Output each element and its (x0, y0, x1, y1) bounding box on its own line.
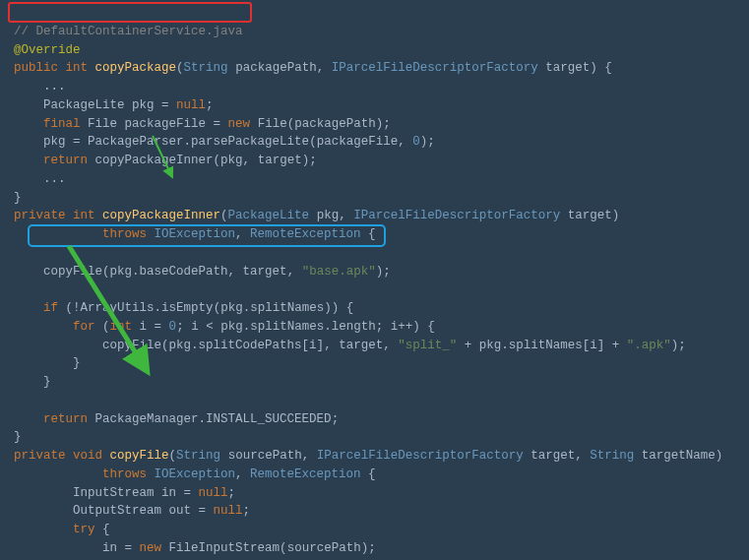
type-factory: IParcelFileDescriptorFactory (332, 61, 538, 75)
cls-packageparser: PackageParser (88, 135, 184, 149)
kw-throws: throws (102, 467, 147, 481)
method-copyFile: copyFile (110, 449, 169, 463)
method-copyPackage: copyPackage (95, 61, 177, 75)
string-split: "split_" (398, 339, 457, 352)
string-apk: ".apk" (627, 339, 671, 352)
literal-zero: 0 (412, 135, 420, 149)
ellipsis: ... (43, 80, 66, 93)
call-copyFile: copyFile (102, 339, 161, 352)
var-in: in (161, 486, 176, 500)
field-splitNames: splitNames (250, 301, 324, 315)
type-file: File (88, 117, 117, 131)
call-copyFile: copyFile (43, 265, 102, 279)
call-parsePackageLite: parsePackageLite (191, 135, 309, 149)
brace: ) { (590, 61, 612, 75)
var-packageFile: packageFile (125, 117, 207, 131)
param-target: target (545, 61, 590, 75)
kw-try: try (73, 523, 95, 536)
ellipsis: ... (43, 172, 66, 186)
type-outputstream: OutputStream (73, 504, 161, 518)
field-splitCodePaths: splitCodePaths (199, 339, 302, 352)
kw-void: void (73, 449, 102, 463)
kw-null: null (176, 98, 206, 112)
kw-int: int (110, 320, 133, 334)
kw-int: int (66, 61, 89, 75)
override-annotation: @Override (14, 43, 81, 57)
kw-throws: throws (102, 227, 147, 241)
string-base-apk: "base.apk" (302, 265, 376, 279)
ctor-file: File (258, 117, 287, 131)
kw-final: final (43, 117, 81, 131)
call-isEmpty: isEmpty (161, 301, 214, 315)
kw-new: new (228, 117, 251, 131)
field-baseCodePath: baseCodePath (140, 265, 228, 279)
call-copyPackageInner: copyPackageInner (95, 154, 214, 167)
highlighted-copyfile-call: copyFile(pkg.baseCodePath, target, "base… (43, 263, 391, 281)
file-comment: // DefaultContainerService.java (14, 25, 243, 38)
type-packagelite: PackageLite (43, 98, 125, 112)
cls-arrayutils: ArrayUtils (81, 301, 155, 315)
type-string: String (184, 61, 228, 75)
cls-packagemanager: PackageManager (95, 412, 199, 426)
kw-public: public (14, 61, 58, 75)
kw-private: private (14, 209, 66, 222)
type-ioexception: IOException (155, 227, 236, 241)
param-packagePath: packagePath (235, 61, 317, 75)
ctor-fileinputstream: FileInputStream (169, 541, 281, 555)
var-out: out (169, 504, 192, 518)
var-pkg: pkg (132, 98, 155, 112)
type-inputstream: InputStream (73, 486, 155, 500)
kw-if: if (43, 301, 58, 315)
kw-int: int (73, 209, 95, 222)
code-block: // DefaultContainerService.java @Overrid… (0, 0, 749, 560)
method-copyPackageInner: copyPackageInner (102, 209, 220, 222)
type-remoteexception: RemoteException (250, 227, 361, 241)
kw-return: return (43, 412, 88, 426)
kw-return: return (43, 154, 88, 167)
kw-private: private (14, 449, 66, 463)
const-install-succeeded: INSTALL_SUCCEEDED (206, 412, 332, 426)
kw-for: for (73, 320, 95, 334)
